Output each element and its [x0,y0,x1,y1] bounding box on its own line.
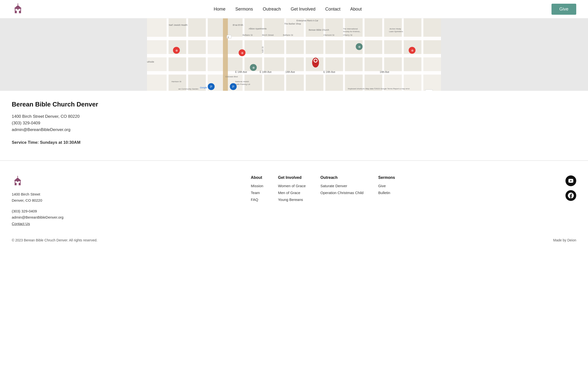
logo[interactable] [12,3,24,15]
svg-text:E 14th Ave: E 14th Ave [323,71,335,73]
service-time: Service Time: Sundays at 10:30AM [12,139,576,146]
svg-rect-54 [264,57,284,71]
footer-outreach-list: Saturate Denver Operation Christmas Chil… [320,184,364,195]
footer-about-heading: About [251,175,263,180]
svg-text:Cherry St: Cherry St [343,34,353,36]
list-item: Give [378,184,395,188]
svg-text:Bellaire St: Bellaire St [283,34,293,36]
nav-outreach[interactable]: Outreach [263,7,281,12]
svg-text:⊕: ⊕ [358,45,361,49]
svg-rect-66 [286,75,304,91]
svg-rect-40 [245,40,262,54]
svg-text:Colorado Blvd: Colorado Blvd [225,76,238,78]
svg-text:The Barber Shop: The Barber Shop [284,23,301,25]
list-item: Operation Christmas Child [320,191,364,195]
footer-about-list: Mission Team FAQ [251,184,263,202]
footer-church-icon [12,175,24,187]
church-email: admin@BereanBibleDenver.org [12,126,576,133]
nav-sermons[interactable]: Sermons [235,7,253,12]
church-address: 1400 Birch Street Denver, CO 80220 [12,113,576,120]
footer-logo[interactable] [12,175,80,187]
svg-text:we Community Garden: we Community Garden [178,88,198,90]
svg-text:National Jewish: National Jewish [235,80,249,83]
footer-sermons-heading: Sermons [378,175,395,180]
svg-rect-41 [264,40,284,54]
svg-rect-64 [245,75,262,91]
facebook-icon[interactable] [565,190,576,201]
svg-rect-5 [19,9,20,11]
footer-get-involved-list: Women of Grace Men of Grace Young Berean… [278,184,306,202]
svg-text:Archer-Healy: Archer-Healy [390,28,401,30]
svg-text:14th Ave: 14th Ave [285,71,295,73]
svg-text:2: 2 [228,36,229,39]
svg-text:⊕: ⊕ [411,49,414,52]
svg-rect-21 [382,18,384,91]
list-item: Young Bereans [278,197,306,202]
svg-rect-47 [384,40,402,54]
svg-rect-68 [325,75,343,91]
svg-text:Bellaire St: Bellaire St [243,34,253,36]
footer-email: admin@BereanBibleDenver.org [12,214,80,221]
svg-rect-36 [423,18,441,37]
svg-text:Lawn Sprinklers: Lawn Sprinklers [389,30,403,33]
footer-nav-about: About Mission Team FAQ [251,175,263,204]
svg-rect-42 [286,40,304,54]
svg-rect-43 [306,40,323,54]
svg-rect-22 [402,18,404,91]
list-item: FAQ [251,197,263,202]
svg-rect-7 [147,37,441,40]
svg-rect-8 [147,54,441,57]
page-content: Bellaire St Birch Street Bellaire St Cle… [0,18,588,252]
footer-nav-sermons: Sermons Give Bulletin [378,175,395,204]
svg-rect-12 [206,18,208,91]
give-button[interactable]: Give [551,4,576,15]
footer-nav-get-involved: Get Involved Women of Grace Men of Grace… [278,175,306,204]
svg-rect-58 [345,57,363,71]
church-phone: (303) 329-0409 [12,120,576,126]
svg-text:14th Ave: 14th Ave [380,71,389,73]
list-item: Team [251,191,263,195]
svg-text:B'nai B'rith: B'nai B'rith [233,24,243,26]
nav-about[interactable]: About [350,7,362,12]
list-item: Mission [251,184,263,188]
svg-rect-60 [384,57,402,71]
svg-marker-1 [14,5,22,8]
footer-nav-cols: About Mission Team FAQ Get Involved Wome… [251,175,395,204]
svg-text:Health Parking Lot: Health Parking Lot [234,83,250,85]
svg-rect-59 [365,57,382,71]
church-logo-icon [12,3,24,15]
footer-phone: (303) 329-0409 [12,208,80,214]
nav-contact[interactable]: Contact [325,7,341,12]
footer-sermons-list: Give Bulletin [378,184,395,195]
svg-rect-130 [18,181,20,183]
nav-links: Home Sermons Outreach Get Involved Conta… [214,7,362,12]
svg-text:Nat'l Jewish Health: Nat'l Jewish Health [169,24,187,26]
svg-text:E 14th Ave: E 14th Ave [235,71,247,73]
map-section[interactable]: Bellaire St Birch Street Bellaire St Cle… [0,18,588,91]
svg-text:uthside: uthside [147,61,154,63]
list-item: Women of Grace [278,184,306,188]
svg-rect-35 [404,18,421,37]
footer-contact-link[interactable]: Contact Us [12,222,30,226]
svg-text:P: P [232,85,234,89]
navigation: Home Sermons Outreach Get Involved Conta… [0,0,588,18]
made-by-text: Made by Deion [553,238,576,242]
svg-text:⊕: ⊕ [252,66,255,69]
svg-rect-129 [15,181,17,183]
nav-get-involved[interactable]: Get Involved [291,7,315,12]
svg-text:Harrison St: Harrison St [172,80,182,83]
nav-home[interactable]: Home [214,7,225,12]
svg-rect-11 [186,18,188,91]
church-name: Berean Bible Church Denver [12,101,576,108]
copyright-text: © 2023 Berean Bible Chruch Denver. All r… [12,238,98,242]
svg-rect-44 [325,40,343,54]
svg-text:Society for Krishna...: Society for Krishna... [343,30,361,33]
svg-rect-24 [169,18,186,37]
youtube-icon[interactable] [565,175,576,186]
svg-text:Berean Bible Church: Berean Bible Church [309,29,329,31]
svg-rect-16 [284,18,286,91]
svg-rect-26 [208,18,223,37]
map-image: Bellaire St Birch Street Bellaire St Cle… [0,18,588,91]
svg-text:⊕: ⊕ [175,49,178,52]
svg-rect-52 [228,57,243,71]
